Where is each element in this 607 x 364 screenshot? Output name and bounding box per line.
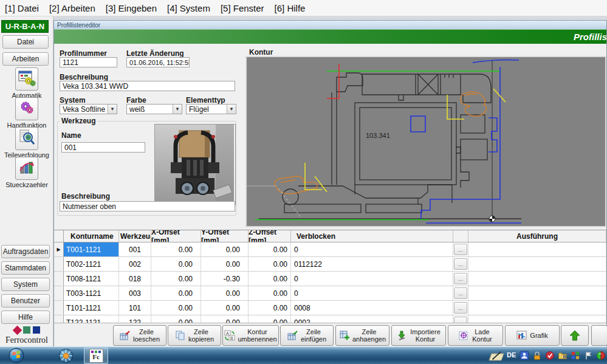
menu-item-system[interactable]: [4] System: [167, 3, 210, 13]
sidebar-auftragsdaten-button[interactable]: Auftragsdaten: [1, 245, 50, 258]
menu-item-arbeiten[interactable]: [2] Arbeiten: [49, 3, 95, 13]
cell-werkzeug[interactable]: 001: [119, 242, 151, 256]
tray-check-icon[interactable]: [545, 351, 555, 360]
tray-flag-icon[interactable]: [583, 351, 593, 360]
header-verblocken[interactable]: Verblocken: [291, 230, 453, 242]
cell-x-offset[interactable]: 0.00: [151, 272, 201, 286]
ausfuehrung-ellipsis-button[interactable]: ...: [454, 258, 467, 270]
werkzeug-beschreibung-input[interactable]: Nutmesser oben: [60, 201, 235, 211]
kontur-umbenennen-button[interactable]: AB Konturumbenennen: [222, 325, 279, 346]
table-row: T101-1121 101 0.00 0.00 0.00 0008 ...: [54, 301, 606, 315]
zeile-anhaengen-button[interactable]: Zeileanhaengen: [335, 325, 389, 346]
move-up-button[interactable]: [561, 325, 589, 346]
cell-x-offset[interactable]: 0.00: [151, 301, 201, 315]
cell-y-offset[interactable]: 0.00: [201, 286, 249, 300]
sidebar-item-teileverfolgung[interactable]: Teileverfolgung: [0, 127, 53, 159]
tablet-input-icon[interactable]: [489, 351, 504, 363]
sidebar-datei-button[interactable]: Datei: [2, 35, 49, 49]
lade-kontur-button[interactable]: LadeKontur: [448, 325, 503, 346]
ausfuehrung-ellipsis-button[interactable]: ...: [454, 273, 467, 284]
menu-item-hilfe[interactable]: [6] Hilfe: [275, 3, 306, 13]
menu-item-eingeben[interactable]: [3] Eingeben: [106, 3, 157, 13]
sidebar-system-button[interactable]: System: [1, 278, 50, 291]
cell-verblocken[interactable]: 0: [291, 272, 453, 286]
sidebar-stammdaten-button[interactable]: Stammdaten: [1, 261, 50, 275]
cell-konturname[interactable]: T002-1121: [64, 257, 119, 271]
cell-ausfuehrung[interactable]: [468, 242, 606, 256]
row-selector[interactable]: [54, 257, 64, 271]
profilnummer-input[interactable]: 1121: [60, 57, 117, 67]
cell-z-offset[interactable]: 0.00: [249, 272, 291, 286]
cell-verblocken[interactable]: 0: [291, 286, 453, 300]
cell-ausfuehrung[interactable]: [468, 257, 606, 271]
row-selector[interactable]: [54, 272, 64, 286]
sidebar-item-stueckzaehler[interactable]: Stueckzaehler: [0, 157, 53, 188]
partial-button[interactable]: [591, 325, 607, 346]
tray-color-squares-icon[interactable]: [571, 351, 580, 360]
cell-konturname[interactable]: T101-1121: [64, 301, 119, 315]
cell-konturname[interactable]: T008-1121: [64, 272, 119, 286]
cell-y-offset[interactable]: 0.00: [201, 242, 249, 256]
elementtyp-select[interactable]: Flügel▼: [186, 104, 236, 114]
cell-y-offset[interactable]: -0.30: [201, 272, 249, 286]
tray-blue-app-icon[interactable]: [520, 351, 529, 360]
cell-werkzeug[interactable]: 018: [119, 272, 151, 286]
ausfuehrung-ellipsis-button[interactable]: ...: [454, 244, 467, 255]
sidebar-benutzer-button[interactable]: Benutzer: [1, 294, 50, 307]
cell-x-offset[interactable]: 0.00: [151, 242, 201, 256]
cell-ausfuehrung[interactable]: [468, 286, 606, 300]
row-selector[interactable]: [54, 301, 64, 315]
start-button[interactable]: [9, 348, 24, 364]
cell-ausfuehrung[interactable]: [468, 301, 606, 315]
header-x-offset[interactable]: X-Offset [mm]: [151, 230, 201, 242]
cell-ausfuehrung[interactable]: [468, 272, 606, 286]
zeile-kopieren-button[interactable]: Zeilekopieren: [168, 325, 221, 346]
row-selector[interactable]: [54, 286, 64, 300]
compass-taskbar-icon[interactable]: [58, 348, 74, 364]
row-selector[interactable]: ▶: [54, 242, 64, 256]
tray-lock-icon[interactable]: [532, 351, 542, 360]
cell-verblocken[interactable]: 0: [291, 242, 453, 256]
header-y-offset[interactable]: Y-Offset [mm]: [201, 230, 249, 242]
farbe-select[interactable]: weiß▼: [126, 104, 182, 114]
cell-z-offset[interactable]: 0.00: [249, 257, 291, 271]
cell-z-offset[interactable]: 0.00: [249, 242, 291, 256]
cell-x-offset[interactable]: 0.00: [151, 286, 201, 300]
importiere-kontur-button[interactable]: ImportiereKontur: [391, 325, 446, 346]
sidebar-item-handfunktion[interactable]: Handfunktion: [0, 97, 53, 129]
cell-z-offset[interactable]: 0.00: [249, 301, 291, 315]
grafik-button[interactable]: Grafik: [505, 325, 560, 346]
cell-konturname[interactable]: T001-1121: [64, 242, 119, 256]
ferrocontrol-taskbar-button[interactable]: Fc: [84, 348, 108, 364]
beschreibung-input[interactable]: Veka 103.341 WWD: [60, 81, 235, 91]
grafik-icon: [516, 330, 527, 341]
system-select[interactable]: Veka Softline 82▼: [60, 104, 117, 114]
sidebar-arbeiten-button[interactable]: Arbeiten: [2, 52, 49, 66]
cell-y-offset[interactable]: 0.00: [201, 301, 249, 315]
werkzeug-name-input[interactable]: 001: [61, 142, 145, 153]
cell-y-offset[interactable]: 0.00: [201, 257, 249, 271]
tray-status-led-icon[interactable]: [596, 351, 606, 360]
cell-werkzeug[interactable]: 101: [119, 301, 151, 315]
cell-werkzeug[interactable]: 003: [119, 286, 151, 300]
cell-verblocken[interactable]: 0008: [291, 301, 453, 315]
menu-item-fenster[interactable]: [5] Fenster: [221, 3, 264, 13]
ausfuehrung-ellipsis-button[interactable]: ...: [454, 302, 467, 314]
sidebar-hilfe-button[interactable]: Hilfe: [1, 311, 50, 324]
cell-konturname[interactable]: T003-1121: [64, 286, 119, 300]
sidebar-item-automatik[interactable]: Automatik: [0, 67, 53, 99]
cell-x-offset[interactable]: 0.00: [151, 257, 201, 271]
header-z-offset[interactable]: Z-Offset [mm]: [249, 230, 291, 242]
language-indicator[interactable]: DE: [507, 351, 516, 359]
zeile-loeschen-button[interactable]: Zeileloeschen: [113, 325, 166, 346]
cell-werkzeug[interactable]: 002: [119, 257, 151, 271]
tray-folder-lock-icon[interactable]: [558, 351, 568, 360]
header-werkzeug[interactable]: Werkzeug: [119, 230, 151, 242]
cell-z-offset[interactable]: 0.00: [249, 286, 291, 300]
zeile-einfuegen-button[interactable]: Zeileeinfügen: [280, 325, 334, 346]
menu-item-datei[interactable]: [1] Datei: [5, 3, 39, 13]
ausfuehrung-ellipsis-button[interactable]: ...: [454, 287, 467, 299]
cell-verblocken[interactable]: 0112122: [291, 257, 453, 271]
header-konturname[interactable]: Konturname: [64, 230, 119, 242]
header-ausfuehrung[interactable]: Ausführung: [468, 230, 606, 242]
